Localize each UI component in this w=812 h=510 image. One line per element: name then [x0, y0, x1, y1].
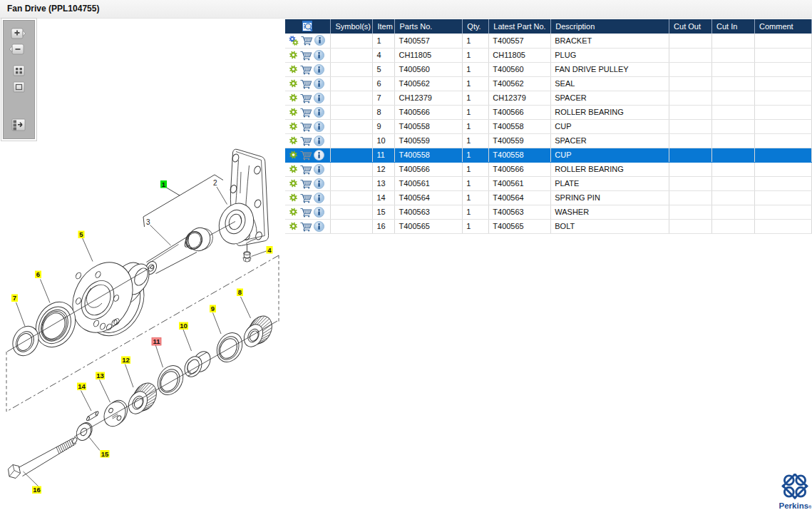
svg-text:7: 7	[13, 294, 16, 302]
svg-text:1: 1	[162, 180, 166, 188]
svg-text:14: 14	[78, 382, 86, 390]
svg-text:2: 2	[213, 179, 217, 187]
svg-text:16: 16	[33, 486, 41, 494]
svg-text:12: 12	[122, 356, 130, 364]
svg-text:5: 5	[79, 230, 83, 238]
svg-text:6: 6	[36, 270, 40, 278]
svg-text:8: 8	[238, 288, 242, 296]
svg-text:3: 3	[146, 218, 150, 226]
svg-text:9: 9	[211, 305, 215, 312]
svg-text:13: 13	[96, 372, 104, 379]
svg-text:15: 15	[101, 450, 109, 458]
svg-text:11: 11	[153, 337, 160, 345]
svg-text:4: 4	[267, 246, 272, 254]
svg-text:Perkins®: Perkins®	[779, 501, 812, 510]
svg-text:10: 10	[180, 322, 187, 330]
